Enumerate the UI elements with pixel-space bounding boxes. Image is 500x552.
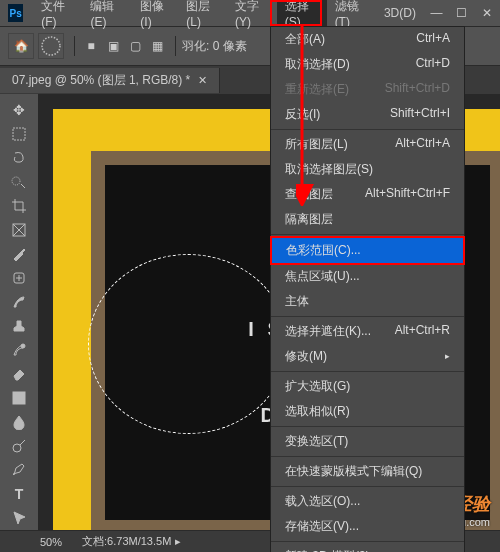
crop-tool-icon[interactable]	[8, 196, 30, 216]
menu-file[interactable]: 文件(F)	[33, 0, 82, 33]
menu-deselect-layers[interactable]: 取消选择图层(S)	[271, 157, 464, 182]
menu-select-and-mask[interactable]: 选择并遮住(K)...Alt+Ctrl+R	[271, 319, 464, 344]
menu-subject[interactable]: 主体	[271, 289, 464, 314]
eyedropper-tool-icon[interactable]	[8, 244, 30, 264]
svg-rect-11	[13, 392, 25, 404]
lasso-tool-icon[interactable]	[8, 148, 30, 168]
type-tool-icon[interactable]: T	[8, 484, 30, 504]
chevron-right-icon[interactable]: ▸	[175, 535, 181, 548]
menu-quick-mask[interactable]: 在快速蒙版模式下编辑(Q)	[271, 459, 464, 484]
history-brush-tool-icon[interactable]	[8, 340, 30, 360]
menu-color-range[interactable]: 色彩范围(C)...	[270, 236, 465, 265]
select-menu-dropdown: 全部(A)Ctrl+A 取消选择(D)Ctrl+D 重新选择(E)Shift+C…	[270, 26, 465, 552]
brush-tool-icon[interactable]	[8, 292, 30, 312]
menu-3d[interactable]: 3D(D)	[376, 2, 424, 24]
home-icon[interactable]: 🏠	[8, 33, 34, 59]
tools-panel: ✥ T	[0, 94, 38, 530]
menu-similar[interactable]: 选取相似(R)	[271, 399, 464, 424]
quick-select-tool-icon[interactable]	[8, 172, 30, 192]
menu-grow[interactable]: 扩大选取(G)	[271, 374, 464, 399]
menu-focus-area[interactable]: 焦点区域(U)...	[271, 264, 464, 289]
svg-point-10	[21, 344, 25, 348]
menu-load-selection[interactable]: 载入选区(O)...	[271, 489, 464, 514]
window-close-button[interactable]: ✕	[475, 0, 500, 26]
document-info: 文档:6.73M/13.5M	[82, 534, 171, 549]
close-tab-icon[interactable]: ✕	[198, 74, 207, 87]
menu-select-all[interactable]: 全部(A)Ctrl+A	[271, 27, 464, 52]
menu-transform-selection[interactable]: 变换选区(T)	[271, 429, 464, 454]
selection-subtract-icon[interactable]: ▢	[125, 36, 145, 56]
svg-point-0	[42, 37, 60, 55]
selection-new-icon[interactable]: ■	[81, 36, 101, 56]
menu-reselect: 重新选择(E)Shift+Ctrl+D	[271, 77, 464, 102]
svg-rect-1	[13, 128, 25, 140]
document-tab[interactable]: 07.jpeg @ 50% (图层 1, RGB/8) * ✕	[0, 68, 220, 93]
menu-new-3d-extrusion[interactable]: 新建 3D 模型(3)	[271, 544, 464, 552]
svg-line-13	[20, 440, 25, 445]
window-restore-button[interactable]: ☐	[449, 0, 474, 26]
stamp-tool-icon[interactable]	[8, 316, 30, 336]
menu-save-selection[interactable]: 存储选区(V)...	[271, 514, 464, 539]
zoom-level[interactable]: 50%	[40, 536, 62, 548]
pen-tool-icon[interactable]	[8, 460, 30, 480]
frame-tool-icon[interactable]	[8, 220, 30, 240]
window-minimize-button[interactable]: —	[424, 0, 449, 26]
selection-intersect-icon[interactable]: ▦	[147, 36, 167, 56]
svg-point-12	[13, 444, 21, 452]
blur-tool-icon[interactable]	[8, 412, 30, 432]
feather-label: 羽化:	[182, 38, 209, 55]
menu-all-layers[interactable]: 所有图层(L)Alt+Ctrl+A	[271, 132, 464, 157]
selection-add-icon[interactable]: ▣	[103, 36, 123, 56]
menu-inverse[interactable]: 反选(I)Shift+Ctrl+I	[271, 102, 464, 127]
svg-line-3	[21, 184, 25, 188]
feather-value[interactable]: 0 像素	[213, 38, 247, 55]
eraser-tool-icon[interactable]	[8, 364, 30, 384]
gradient-tool-icon[interactable]	[8, 388, 30, 408]
menu-layer[interactable]: 图层(L)	[178, 0, 227, 33]
path-select-tool-icon[interactable]	[8, 508, 30, 528]
tool-preset-icon[interactable]	[38, 33, 64, 59]
menu-isolate-layers[interactable]: 隔离图层	[271, 207, 464, 232]
menu-find-layers[interactable]: 查找图层Alt+Shift+Ctrl+F	[271, 182, 464, 207]
dodge-tool-icon[interactable]	[8, 436, 30, 456]
marching-ants-selection	[88, 254, 288, 434]
menu-modify[interactable]: 修改(M)	[271, 344, 464, 369]
menu-edit[interactable]: 编辑(E)	[82, 0, 132, 33]
document-tab-title: 07.jpeg @ 50% (图层 1, RGB/8) *	[12, 72, 190, 89]
menu-image[interactable]: 图像(I)	[132, 0, 178, 33]
move-tool-icon[interactable]: ✥	[8, 100, 30, 120]
healing-tool-icon[interactable]	[8, 268, 30, 288]
marquee-tool-icon[interactable]	[8, 124, 30, 144]
menu-deselect[interactable]: 取消选择(D)Ctrl+D	[271, 52, 464, 77]
menubar: Ps 文件(F) 编辑(E) 图像(I) 图层(L) 文字(Y) 选择(S) 滤…	[0, 0, 500, 26]
svg-point-2	[12, 177, 20, 185]
photoshop-logo: Ps	[8, 4, 23, 22]
